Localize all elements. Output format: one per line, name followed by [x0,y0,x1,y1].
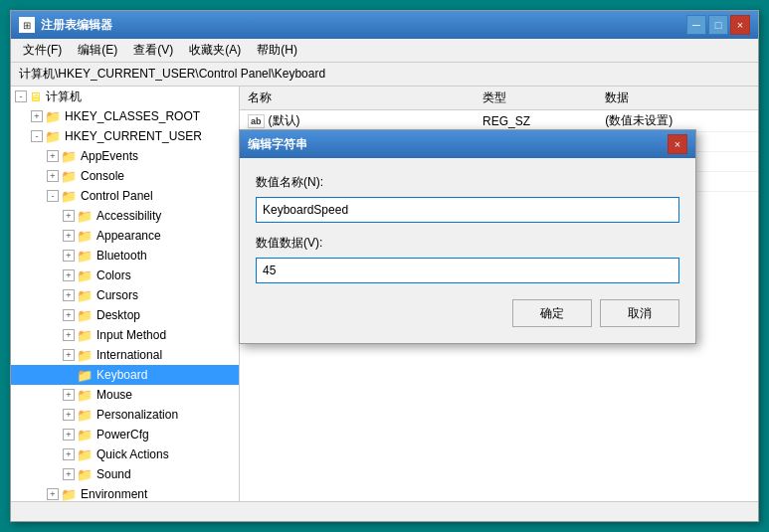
maximize-button[interactable]: □ [708,15,728,35]
expand-input-method[interactable]: + [63,329,75,341]
tree-label-personalization: Personalization [96,408,178,422]
tree-item-console[interactable]: + 📁 Console [11,166,239,186]
menu-view[interactable]: 查看(V) [125,40,181,61]
tree-item-quick-actions[interactable]: + 📁 Quick Actions [11,444,239,464]
dialog-data-label: 数值数据(V): [256,235,679,252]
menu-favorites[interactable]: 收藏夹(A) [181,40,249,61]
title-bar-buttons: ─ □ × [686,15,750,35]
tree-label-appearance: Appearance [96,229,161,243]
tree-label-console: Console [81,169,124,183]
dialog-close-button[interactable]: × [668,134,687,154]
tree-label-powercfg: PowerCfg [96,428,149,442]
dialog-cancel-button[interactable]: 取消 [600,299,679,327]
tree-item-appevents[interactable]: + 📁 AppEvents [11,146,239,166]
expand-environment[interactable]: + [47,488,59,500]
tree-item-classes-root[interactable]: + 📁 HKEY_CLASSES_ROOT [11,106,239,126]
tree-item-colors[interactable]: + 📁 Colors [11,266,239,285]
expand-mouse[interactable]: + [63,389,75,401]
tree-label-current-user: HKEY_CURRENT_USER [65,129,202,143]
tree-label-cursors: Cursors [96,288,138,302]
dialog-buttons: 确定 取消 [256,295,679,327]
address-bar: 计算机\HKEY_CURRENT_USER\Control Panel\Keyb… [11,63,758,87]
col-name: 名称 [240,87,475,110]
expand-desktop[interactable]: + [63,309,75,321]
expand-cursors[interactable]: + [63,289,75,301]
tree-item-keyboard[interactable]: 📁 Keyboard [11,365,239,385]
dialog-name-input[interactable] [256,197,679,223]
menu-help[interactable]: 帮助(H) [249,40,305,61]
tree-item-mouse[interactable]: + 📁 Mouse [11,385,239,405]
folder-icon-international: 📁 [77,348,93,363]
expand-quick-actions[interactable]: + [63,448,75,460]
expand-accessibility[interactable]: + [63,210,75,222]
expand-appearance[interactable]: + [63,230,75,242]
tree-label-keyboard: Keyboard [96,368,147,382]
expand-colors[interactable]: + [63,269,75,281]
menu-file[interactable]: 文件(F) [15,40,70,61]
folder-icon-current-user: 📁 [45,129,61,144]
tree-item-current-user[interactable]: - 📁 HKEY_CURRENT_USER [11,126,239,146]
expand-bluetooth[interactable]: + [63,250,75,262]
tree-item-accessibility[interactable]: + 📁 Accessibility [11,206,239,226]
folder-icon-colors: 📁 [77,268,93,283]
expand-console[interactable]: + [47,170,59,182]
expand-computer[interactable]: - [15,90,27,102]
tree-item-bluetooth[interactable]: + 📁 Bluetooth [11,246,239,266]
expand-sound[interactable]: + [63,468,75,480]
expand-current-user[interactable]: - [31,130,43,142]
folder-icon-accessibility: 📁 [77,209,93,224]
title-bar: ⊞ 注册表编辑器 ─ □ × [11,11,758,39]
expand-international[interactable]: + [63,349,75,361]
tree-label-environment: Environment [81,487,147,501]
tree-item-environment[interactable]: + 📁 Environment [11,484,239,501]
folder-icon-appevents: 📁 [61,149,77,164]
folder-icon-appearance: 📁 [77,229,93,244]
dialog-body: 数值名称(N): 数值数据(V): 确定 取消 [240,158,695,343]
expand-appevents[interactable]: + [47,150,59,162]
tree-label-appevents: AppEvents [81,149,138,163]
menu-edit[interactable]: 编辑(E) [70,40,125,61]
window-title: 注册表编辑器 [41,17,686,34]
folder-icon-sound: 📁 [77,467,93,482]
folder-icon-mouse: 📁 [77,388,93,403]
tree-label-control-panel: Control Panel [81,189,153,203]
folder-icon-keyboard: 📁 [77,368,93,383]
tree-item-international[interactable]: + 📁 International [11,345,239,365]
edit-string-dialog: 编辑字符串 × 数值名称(N): 数值数据(V): 确定 取消 [239,129,696,344]
tree-item-input-method[interactable]: + 📁 Input Method [11,325,239,345]
tree-label-accessibility: Accessibility [96,209,161,223]
tree-item-control-panel[interactable]: - 📁 Control Panel [11,186,239,206]
tree-label-mouse: Mouse [96,388,132,402]
tree-item-computer[interactable]: - 🖥 计算机 [11,87,239,106]
dialog-data-input[interactable] [256,258,679,283]
tree-item-powercfg[interactable]: + 📁 PowerCfg [11,425,239,444]
tree-item-desktop[interactable]: + 📁 Desktop [11,305,239,325]
dialog-ok-button[interactable]: 确定 [512,299,592,327]
tree-item-sound[interactable]: + 📁 Sound [11,464,239,484]
expand-classes-root[interactable]: + [31,110,43,122]
tree-item-personalization[interactable]: + 📁 Personalization [11,405,239,425]
expand-powercfg[interactable]: + [63,429,75,441]
tree-item-cursors[interactable]: + 📁 Cursors [11,285,239,305]
tree-label-computer: 计算机 [46,89,82,105]
tree-panel[interactable]: - 🖥 计算机 + 📁 HKEY_CLASSES_ROOT - 📁 HKEY_C… [11,87,240,501]
folder-icon-desktop: 📁 [77,308,93,323]
close-button[interactable]: × [730,15,750,35]
status-bar [11,501,758,521]
folder-icon-input-method: 📁 [77,328,93,343]
folder-icon-quick-actions: 📁 [77,447,93,462]
dialog-title-bar: 编辑字符串 × [240,130,695,158]
tree-label-quick-actions: Quick Actions [96,447,169,461]
address-text: 计算机\HKEY_CURRENT_USER\Control Panel\Keyb… [19,66,325,83]
expand-personalization[interactable]: + [63,409,75,421]
tree-label-classes-root: HKEY_CLASSES_ROOT [65,109,200,123]
tree-label-colors: Colors [96,268,131,282]
tree-label-international: International [96,348,162,362]
folder-icon-classes-root: 📁 [45,109,61,124]
col-data: 数据 [597,87,758,110]
tree-item-appearance[interactable]: + 📁 Appearance [11,226,239,246]
expand-control-panel[interactable]: - [47,190,59,202]
minimize-button[interactable]: ─ [686,15,706,35]
tree-label-bluetooth: Bluetooth [96,249,147,263]
folder-icon-control-panel: 📁 [61,189,77,204]
